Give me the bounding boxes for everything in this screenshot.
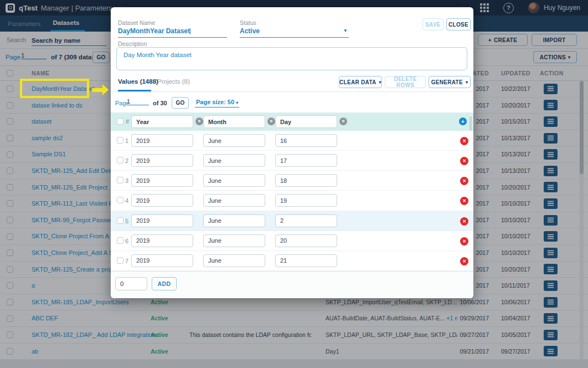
generate-dropdown[interactable]: GENERATE▾	[429, 76, 471, 88]
month-value-input[interactable]	[203, 174, 265, 187]
select-all-values-checkbox[interactable]	[117, 118, 123, 125]
text-cursor	[190, 28, 190, 34]
values-go-button[interactable]: GO	[172, 97, 189, 109]
year-value-input[interactable]	[131, 214, 193, 227]
row-number-header: #	[126, 113, 129, 131]
row-checkbox[interactable]	[117, 177, 123, 183]
month-value-input[interactable]	[203, 214, 265, 227]
month-column-input[interactable]	[203, 115, 265, 128]
dataset-name-field[interactable]: DayMonthYear Dataset	[118, 27, 227, 38]
year-value-input[interactable]	[131, 154, 193, 167]
day-value-input[interactable]	[275, 154, 337, 167]
year-value-input[interactable]	[131, 234, 193, 247]
page-size-dropdown[interactable]: Page size: 50 ▾	[195, 99, 239, 108]
chevron-down-icon: ▾	[236, 100, 238, 105]
dataset-name-label: Dataset Name	[118, 19, 155, 26]
month-value-input[interactable]	[203, 134, 265, 147]
close-button[interactable]: CLOSE	[446, 18, 471, 30]
values-row: 5 ✕	[111, 211, 473, 231]
day-value-input[interactable]	[275, 194, 337, 207]
day-value-input[interactable]	[275, 254, 337, 267]
values-row: 7 ✕	[111, 251, 473, 271]
chevron-down-icon: ▾	[466, 80, 468, 85]
row-checkbox[interactable]	[117, 217, 123, 224]
row-checkbox[interactable]	[117, 197, 123, 203]
values-table-body: 1 ✕ 2 ✕ 3 ✕ 4	[111, 131, 473, 271]
add-rows-button[interactable]: ADD	[152, 277, 177, 290]
values-pager: Page of 30 GO Page size: 50 ▾	[111, 96, 473, 113]
tab-projects[interactable]: Projects (8)	[157, 78, 190, 85]
row-checkbox[interactable]	[117, 157, 123, 163]
delete-row-icon[interactable]: ✕	[460, 137, 468, 145]
delete-rows-button[interactable]: DELETE ROWS	[385, 76, 426, 88]
page-of-label: of 30	[153, 100, 167, 106]
values-row: 3 ✕	[111, 171, 473, 191]
year-value-input[interactable]	[131, 134, 193, 147]
row-checkbox[interactable]	[117, 237, 123, 244]
status-dropdown[interactable]: Active▾	[240, 27, 349, 38]
day-value-input[interactable]	[275, 174, 337, 187]
clear-data-dropdown[interactable]: CLEAR DATA▾	[339, 76, 382, 88]
month-value-input[interactable]	[203, 234, 265, 247]
month-value-input[interactable]	[203, 194, 265, 207]
chevron-down-icon: ▾	[379, 80, 381, 85]
row-checkbox[interactable]	[117, 137, 123, 144]
row-number: 2	[125, 151, 128, 171]
delete-row-icon[interactable]: ✕	[460, 197, 468, 205]
day-value-input[interactable]	[275, 214, 337, 227]
year-value-input[interactable]	[131, 194, 193, 207]
delete-row-icon[interactable]: ✕	[460, 177, 468, 185]
row-number: 1	[125, 131, 128, 151]
year-value-input[interactable]	[131, 254, 193, 267]
delete-row-icon[interactable]: ✕	[460, 157, 468, 165]
clear-day-column-icon[interactable]: ✕	[339, 117, 347, 125]
values-row: 2 ✕	[111, 151, 473, 171]
values-footer: ADD	[111, 271, 473, 298]
status-label: Status	[240, 19, 256, 26]
delete-row-icon[interactable]: ✕	[460, 257, 468, 265]
row-number: 3	[125, 171, 128, 191]
values-row: 4 ✕	[111, 191, 473, 211]
add-column-icon[interactable]: +	[459, 117, 467, 125]
year-value-input[interactable]	[131, 174, 193, 187]
clear-month-column-icon[interactable]: ✕	[267, 117, 275, 125]
save-button[interactable]: SAVE	[422, 18, 443, 30]
day-value-input[interactable]	[275, 134, 337, 147]
values-grid-header: # ✕ ✕ ✕ +	[111, 113, 473, 131]
delete-row-icon[interactable]: ✕	[460, 237, 468, 246]
annotation-arrow	[92, 88, 102, 92]
qtest-parameters-page: qTest Manager | Parameters ? Huy Nguyen …	[0, 0, 588, 368]
values-row: 1 ✕	[111, 131, 473, 151]
month-value-input[interactable]	[203, 154, 265, 167]
chevron-down-icon: ▾	[344, 28, 347, 33]
clear-year-column-icon[interactable]: ✕	[195, 117, 203, 125]
month-value-input[interactable]	[203, 254, 265, 267]
day-value-input[interactable]	[275, 234, 337, 247]
tab-values[interactable]: Values (1488)	[118, 78, 158, 85]
delete-row-icon[interactable]: ✕	[460, 217, 468, 226]
description-label: Description	[118, 40, 147, 47]
values-page-input[interactable]	[127, 98, 149, 105]
year-column-input[interactable]	[131, 115, 193, 128]
row-checkbox[interactable]	[117, 257, 123, 264]
add-rows-count-input[interactable]	[115, 277, 147, 290]
row-number: 4	[125, 191, 128, 211]
annotation-arrow-head-icon	[102, 84, 109, 95]
dataset-edit-modal: Dataset Name DayMonthYear Dataset Status…	[111, 7, 473, 298]
annotation-highlight-box	[20, 79, 89, 98]
tabs-divider	[111, 91, 473, 92]
row-number: 6	[125, 231, 128, 251]
day-column-input[interactable]	[275, 115, 337, 128]
row-number: 5	[125, 211, 128, 231]
values-row: 6 ✕	[111, 231, 473, 251]
row-number: 7	[125, 251, 128, 271]
description-field[interactable]: Day Month Year dataset	[116, 47, 467, 70]
